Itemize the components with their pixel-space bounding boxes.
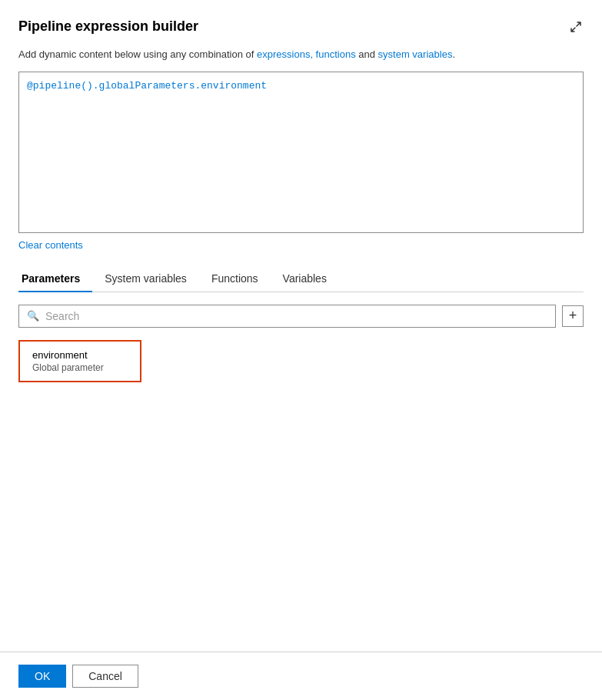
expand-icon[interactable]: [568, 19, 584, 35]
cancel-button[interactable]: Cancel: [72, 665, 138, 688]
dialog-title: Pipeline expression builder: [18, 18, 198, 35]
parameter-name: environment: [32, 349, 128, 361]
tab-system-variables[interactable]: System variables: [92, 266, 199, 292]
search-input[interactable]: [45, 310, 547, 322]
expression-editor[interactable]: @pipeline().globalParameters.environment: [18, 72, 584, 233]
search-icon: 🔍: [27, 310, 39, 322]
dialog-footer: OK Cancel: [0, 652, 602, 700]
description-text: Add dynamic content below using any comb…: [18, 47, 584, 62]
parameter-item[interactable]: environment Global parameter: [18, 340, 141, 382]
ok-button[interactable]: OK: [18, 665, 66, 688]
clear-contents-link[interactable]: Clear contents: [18, 239, 584, 251]
parameter-type: Global parameter: [32, 362, 128, 373]
tab-functions[interactable]: Functions: [199, 266, 271, 292]
system-variables-link[interactable]: system variables: [378, 48, 453, 60]
expressions-functions-link[interactable]: expressions, functions: [257, 48, 356, 60]
tabs-container: Parameters System variables Functions Va…: [18, 266, 584, 292]
tab-parameters[interactable]: Parameters: [18, 266, 92, 292]
dialog-container: Pipeline expression builder Add dynamic …: [0, 0, 602, 700]
parameters-list: environment Global parameter: [18, 340, 584, 382]
search-input-wrapper: 🔍: [18, 305, 556, 328]
dialog-header: Pipeline expression builder: [18, 18, 584, 35]
tab-variables[interactable]: Variables: [271, 266, 339, 292]
search-row: 🔍 +: [18, 305, 584, 328]
add-button[interactable]: +: [562, 305, 584, 327]
